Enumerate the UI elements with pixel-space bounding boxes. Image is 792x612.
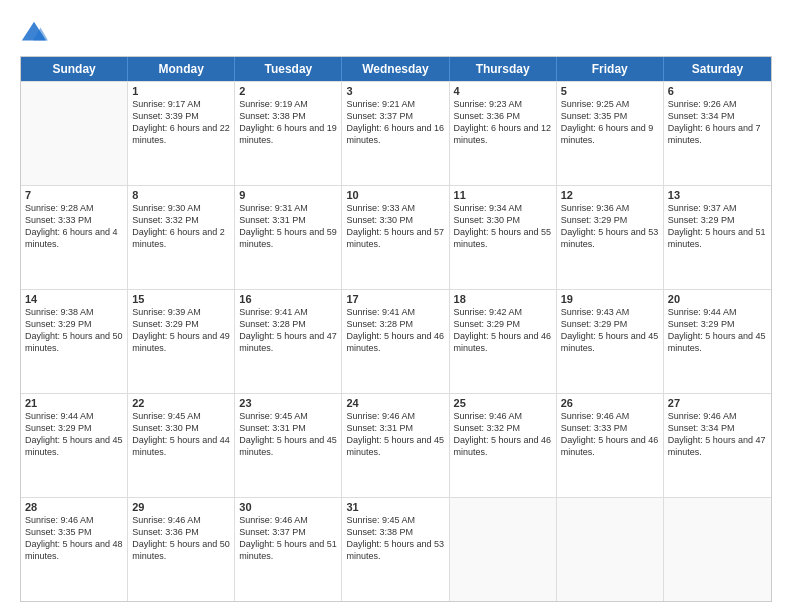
cell-details: Sunrise: 9:44 AMSunset: 3:29 PMDaylight:… xyxy=(25,410,123,459)
logo-icon xyxy=(20,20,48,48)
calendar-cell: 1Sunrise: 9:17 AMSunset: 3:39 PMDaylight… xyxy=(128,82,235,185)
calendar-header-day: Tuesday xyxy=(235,57,342,81)
calendar-header-day: Monday xyxy=(128,57,235,81)
calendar-header-day: Friday xyxy=(557,57,664,81)
day-number: 1 xyxy=(132,85,230,97)
day-number: 14 xyxy=(25,293,123,305)
calendar-cell: 31Sunrise: 9:45 AMSunset: 3:38 PMDayligh… xyxy=(342,498,449,601)
calendar-cell xyxy=(450,498,557,601)
day-number: 5 xyxy=(561,85,659,97)
calendar-cell: 2Sunrise: 9:19 AMSunset: 3:38 PMDaylight… xyxy=(235,82,342,185)
cell-details: Sunrise: 9:42 AMSunset: 3:29 PMDaylight:… xyxy=(454,306,552,355)
calendar-cell xyxy=(21,82,128,185)
cell-details: Sunrise: 9:45 AMSunset: 3:31 PMDaylight:… xyxy=(239,410,337,459)
day-number: 11 xyxy=(454,189,552,201)
calendar-cell: 17Sunrise: 9:41 AMSunset: 3:28 PMDayligh… xyxy=(342,290,449,393)
day-number: 18 xyxy=(454,293,552,305)
cell-details: Sunrise: 9:45 AMSunset: 3:38 PMDaylight:… xyxy=(346,514,444,563)
cell-details: Sunrise: 9:45 AMSunset: 3:30 PMDaylight:… xyxy=(132,410,230,459)
cell-details: Sunrise: 9:43 AMSunset: 3:29 PMDaylight:… xyxy=(561,306,659,355)
cell-details: Sunrise: 9:41 AMSunset: 3:28 PMDaylight:… xyxy=(239,306,337,355)
cell-details: Sunrise: 9:46 AMSunset: 3:31 PMDaylight:… xyxy=(346,410,444,459)
cell-details: Sunrise: 9:39 AMSunset: 3:29 PMDaylight:… xyxy=(132,306,230,355)
day-number: 22 xyxy=(132,397,230,409)
page: SundayMondayTuesdayWednesdayThursdayFrid… xyxy=(0,0,792,612)
cell-details: Sunrise: 9:17 AMSunset: 3:39 PMDaylight:… xyxy=(132,98,230,147)
calendar-cell: 21Sunrise: 9:44 AMSunset: 3:29 PMDayligh… xyxy=(21,394,128,497)
calendar-cell: 8Sunrise: 9:30 AMSunset: 3:32 PMDaylight… xyxy=(128,186,235,289)
cell-details: Sunrise: 9:30 AMSunset: 3:32 PMDaylight:… xyxy=(132,202,230,251)
day-number: 31 xyxy=(346,501,444,513)
day-number: 27 xyxy=(668,397,767,409)
calendar-cell: 30Sunrise: 9:46 AMSunset: 3:37 PMDayligh… xyxy=(235,498,342,601)
day-number: 23 xyxy=(239,397,337,409)
calendar-cell: 25Sunrise: 9:46 AMSunset: 3:32 PMDayligh… xyxy=(450,394,557,497)
calendar-cell: 22Sunrise: 9:45 AMSunset: 3:30 PMDayligh… xyxy=(128,394,235,497)
calendar-week-row: 21Sunrise: 9:44 AMSunset: 3:29 PMDayligh… xyxy=(21,393,771,497)
day-number: 9 xyxy=(239,189,337,201)
logo xyxy=(20,20,52,48)
calendar-cell: 4Sunrise: 9:23 AMSunset: 3:36 PMDaylight… xyxy=(450,82,557,185)
day-number: 12 xyxy=(561,189,659,201)
calendar-cell xyxy=(664,498,771,601)
cell-details: Sunrise: 9:25 AMSunset: 3:35 PMDaylight:… xyxy=(561,98,659,147)
cell-details: Sunrise: 9:33 AMSunset: 3:30 PMDaylight:… xyxy=(346,202,444,251)
day-number: 30 xyxy=(239,501,337,513)
day-number: 25 xyxy=(454,397,552,409)
calendar-cell: 12Sunrise: 9:36 AMSunset: 3:29 PMDayligh… xyxy=(557,186,664,289)
calendar-cell: 19Sunrise: 9:43 AMSunset: 3:29 PMDayligh… xyxy=(557,290,664,393)
cell-details: Sunrise: 9:46 AMSunset: 3:32 PMDaylight:… xyxy=(454,410,552,459)
day-number: 6 xyxy=(668,85,767,97)
day-number: 19 xyxy=(561,293,659,305)
cell-details: Sunrise: 9:21 AMSunset: 3:37 PMDaylight:… xyxy=(346,98,444,147)
cell-details: Sunrise: 9:46 AMSunset: 3:34 PMDaylight:… xyxy=(668,410,767,459)
calendar-cell: 16Sunrise: 9:41 AMSunset: 3:28 PMDayligh… xyxy=(235,290,342,393)
day-number: 4 xyxy=(454,85,552,97)
calendar-week-row: 14Sunrise: 9:38 AMSunset: 3:29 PMDayligh… xyxy=(21,289,771,393)
day-number: 29 xyxy=(132,501,230,513)
calendar-week-row: 1Sunrise: 9:17 AMSunset: 3:39 PMDaylight… xyxy=(21,81,771,185)
calendar-cell: 18Sunrise: 9:42 AMSunset: 3:29 PMDayligh… xyxy=(450,290,557,393)
day-number: 21 xyxy=(25,397,123,409)
calendar-week-row: 28Sunrise: 9:46 AMSunset: 3:35 PMDayligh… xyxy=(21,497,771,601)
calendar-cell: 20Sunrise: 9:44 AMSunset: 3:29 PMDayligh… xyxy=(664,290,771,393)
day-number: 17 xyxy=(346,293,444,305)
calendar: SundayMondayTuesdayWednesdayThursdayFrid… xyxy=(20,56,772,602)
day-number: 2 xyxy=(239,85,337,97)
cell-details: Sunrise: 9:46 AMSunset: 3:35 PMDaylight:… xyxy=(25,514,123,563)
calendar-cell: 24Sunrise: 9:46 AMSunset: 3:31 PMDayligh… xyxy=(342,394,449,497)
cell-details: Sunrise: 9:44 AMSunset: 3:29 PMDaylight:… xyxy=(668,306,767,355)
cell-details: Sunrise: 9:28 AMSunset: 3:33 PMDaylight:… xyxy=(25,202,123,251)
day-number: 7 xyxy=(25,189,123,201)
day-number: 24 xyxy=(346,397,444,409)
day-number: 20 xyxy=(668,293,767,305)
header xyxy=(20,16,772,48)
calendar-cell: 23Sunrise: 9:45 AMSunset: 3:31 PMDayligh… xyxy=(235,394,342,497)
cell-details: Sunrise: 9:26 AMSunset: 3:34 PMDaylight:… xyxy=(668,98,767,147)
calendar-cell xyxy=(557,498,664,601)
calendar-cell: 28Sunrise: 9:46 AMSunset: 3:35 PMDayligh… xyxy=(21,498,128,601)
cell-details: Sunrise: 9:46 AMSunset: 3:37 PMDaylight:… xyxy=(239,514,337,563)
calendar-cell: 27Sunrise: 9:46 AMSunset: 3:34 PMDayligh… xyxy=(664,394,771,497)
calendar-cell: 29Sunrise: 9:46 AMSunset: 3:36 PMDayligh… xyxy=(128,498,235,601)
calendar-header-day: Thursday xyxy=(450,57,557,81)
day-number: 10 xyxy=(346,189,444,201)
calendar-cell: 10Sunrise: 9:33 AMSunset: 3:30 PMDayligh… xyxy=(342,186,449,289)
calendar-header-day: Sunday xyxy=(21,57,128,81)
day-number: 15 xyxy=(132,293,230,305)
day-number: 3 xyxy=(346,85,444,97)
day-number: 16 xyxy=(239,293,337,305)
calendar-header-row: SundayMondayTuesdayWednesdayThursdayFrid… xyxy=(21,57,771,81)
calendar-cell: 13Sunrise: 9:37 AMSunset: 3:29 PMDayligh… xyxy=(664,186,771,289)
day-number: 28 xyxy=(25,501,123,513)
calendar-cell: 14Sunrise: 9:38 AMSunset: 3:29 PMDayligh… xyxy=(21,290,128,393)
cell-details: Sunrise: 9:41 AMSunset: 3:28 PMDaylight:… xyxy=(346,306,444,355)
cell-details: Sunrise: 9:46 AMSunset: 3:36 PMDaylight:… xyxy=(132,514,230,563)
calendar-body: 1Sunrise: 9:17 AMSunset: 3:39 PMDaylight… xyxy=(21,81,771,601)
cell-details: Sunrise: 9:19 AMSunset: 3:38 PMDaylight:… xyxy=(239,98,337,147)
day-number: 8 xyxy=(132,189,230,201)
day-number: 13 xyxy=(668,189,767,201)
calendar-header-day: Wednesday xyxy=(342,57,449,81)
cell-details: Sunrise: 9:23 AMSunset: 3:36 PMDaylight:… xyxy=(454,98,552,147)
calendar-cell: 3Sunrise: 9:21 AMSunset: 3:37 PMDaylight… xyxy=(342,82,449,185)
